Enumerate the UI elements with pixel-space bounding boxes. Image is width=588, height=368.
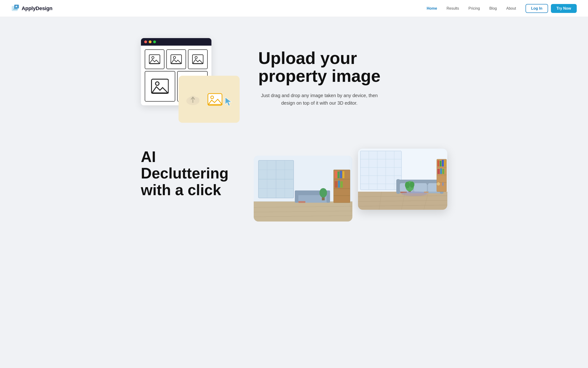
nav-blog[interactable]: Blog [489, 6, 497, 10]
img-cell-4 [145, 71, 175, 101]
nav-pricing[interactable]: Pricing [468, 6, 480, 10]
dot-red [144, 40, 147, 43]
svg-rect-50 [298, 201, 305, 203]
svg-rect-91 [440, 168, 442, 174]
svg-rect-42 [338, 181, 340, 188]
svg-point-81 [410, 182, 414, 188]
dot-yellow [149, 40, 151, 43]
svg-rect-95 [442, 183, 444, 186]
second-section: AI Decluttering with a click [141, 149, 447, 233]
brand-name: ApplyDesign [22, 5, 53, 11]
cursor-icon [224, 97, 232, 106]
upload-inner [186, 91, 232, 108]
room-back-svg [254, 156, 352, 221]
navbar: ApplyDesign Home Results Pricing Blog Ab… [0, 0, 588, 17]
svg-rect-87 [440, 161, 441, 166]
room-card-back [254, 156, 352, 221]
svg-point-49 [319, 188, 327, 198]
svg-rect-41 [335, 181, 338, 188]
svg-rect-63 [360, 151, 402, 190]
svg-rect-92 [442, 169, 444, 174]
svg-point-4 [173, 56, 176, 59]
upload-cloud-icon [186, 91, 205, 108]
login-button[interactable]: Log In [526, 4, 548, 13]
upload-card [178, 76, 240, 123]
svg-rect-43 [340, 181, 343, 188]
hero-illustration [141, 31, 240, 125]
svg-point-6 [195, 56, 197, 59]
room-card-front [358, 149, 447, 210]
svg-rect-39 [340, 171, 342, 178]
svg-rect-47 [326, 191, 330, 203]
svg-rect-46 [295, 191, 298, 203]
logo-icon [11, 4, 20, 13]
second-images [254, 149, 447, 233]
room-front-svg [358, 149, 447, 210]
second-text: AI Decluttering with a click [141, 149, 235, 198]
dot-green [153, 40, 156, 43]
svg-rect-90 [438, 169, 440, 174]
svg-rect-38 [338, 172, 340, 178]
svg-point-80 [405, 182, 410, 188]
svg-rect-40 [342, 171, 344, 178]
svg-rect-16 [208, 94, 222, 105]
main-content: Upload your property image Just drag and… [130, 17, 458, 247]
browser-titlebar [141, 38, 211, 46]
hero-section: Upload your property image Just drag and… [141, 31, 447, 125]
svg-point-98 [402, 191, 427, 196]
img-cell-2 [166, 49, 186, 69]
upload-image-icon [207, 92, 224, 107]
svg-rect-37 [335, 171, 337, 178]
hero-text: Upload your property image Just drag and… [258, 49, 447, 107]
svg-point-8 [156, 82, 159, 85]
svg-rect-76 [414, 183, 427, 192]
svg-rect-73 [396, 179, 400, 194]
img-cell-1 [145, 49, 165, 69]
nav-home[interactable]: Home [427, 6, 437, 10]
try-now-button[interactable]: Try Now [551, 4, 577, 13]
second-title: AI Decluttering with a click [141, 149, 235, 198]
hero-subtitle: Just drag and drop any image taken by an… [258, 92, 381, 107]
nav-links: Home Results Pricing Blog About [427, 6, 516, 10]
nav-results[interactable]: Results [447, 6, 459, 10]
nav-about[interactable]: About [506, 6, 516, 10]
hero-title: Upload your property image [258, 49, 447, 85]
svg-rect-94 [441, 183, 442, 186]
img-cell-3 [188, 49, 208, 69]
svg-rect-89 [444, 160, 446, 166]
svg-point-14 [194, 97, 200, 103]
logo-link[interactable]: ApplyDesign [11, 4, 53, 13]
svg-point-93 [437, 182, 440, 185]
nav-buttons: Log In Try Now [526, 4, 577, 13]
svg-point-2 [152, 56, 154, 59]
svg-rect-88 [442, 160, 444, 166]
svg-rect-86 [438, 160, 439, 166]
image-grid-top [145, 49, 208, 69]
